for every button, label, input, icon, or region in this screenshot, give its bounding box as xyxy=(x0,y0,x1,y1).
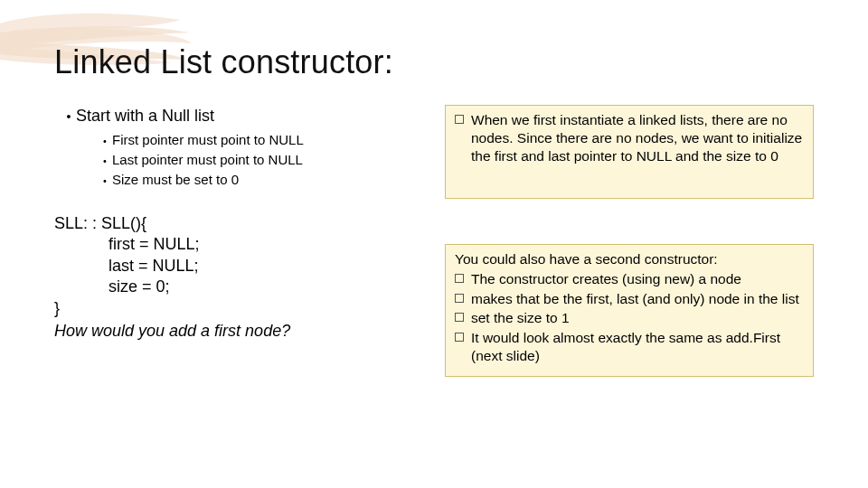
spacer xyxy=(445,199,814,244)
checkbox-icon xyxy=(455,294,464,303)
bullet-dot-icon: • xyxy=(98,132,112,150)
sub-bullet: • First pointer must point to NULL xyxy=(98,132,423,150)
note-item: It would look almost exactly the same as… xyxy=(453,329,806,365)
code-line: first = NULL; xyxy=(54,234,416,255)
right-column: When we first instantiate a linked lists… xyxy=(445,105,814,377)
sub-bullet-list: • First pointer must point to NULL • Las… xyxy=(98,132,423,190)
note-item: makes that be the first, last (and only)… xyxy=(453,290,806,308)
note-text: When we first instantiate a linked lists… xyxy=(471,111,806,164)
code-line: SLL: : SLL(){ xyxy=(54,213,416,234)
note-text: set the size to 1 xyxy=(471,309,806,327)
left-column: • Start with a Null list • First pointer… xyxy=(61,107,423,192)
checkbox-icon xyxy=(455,274,464,283)
note-box-top: When we first instantiate a linked lists… xyxy=(445,105,814,199)
sub-bullet: • Last pointer must point to NULL xyxy=(98,152,423,170)
note-text: makes that be the first, last (and only)… xyxy=(471,290,806,308)
slide-title: Linked List constructor: xyxy=(54,43,393,81)
code-block: SLL: : SLL(){ first = NULL; last = NULL;… xyxy=(54,213,416,342)
note-item: When we first instantiate a linked lists… xyxy=(453,111,806,164)
note-text: It would look almost exactly the same as… xyxy=(471,329,806,365)
code-line: size = 0; xyxy=(54,277,416,297)
question-text: How would you add a first node? xyxy=(54,321,416,342)
note-text: The constructor creates (using new) a no… xyxy=(471,270,806,288)
sub-bullet-text: Size must be set to 0 xyxy=(112,172,239,187)
code-line: } xyxy=(54,298,416,319)
sub-bullet-text: First pointer must point to NULL xyxy=(112,132,304,147)
sub-bullet: • Size must be set to 0 xyxy=(98,172,423,190)
note-box-bottom: You could also have a second constructor… xyxy=(445,244,814,377)
note-item: set the size to 1 xyxy=(453,309,806,327)
note-item: The constructor creates (using new) a no… xyxy=(453,270,806,288)
bullet-main-text: Start with a Null list xyxy=(76,107,214,126)
checkbox-icon xyxy=(455,313,464,322)
checkbox-icon xyxy=(455,115,464,124)
code-line: last = NULL; xyxy=(54,256,416,277)
bullet-dot-icon: • xyxy=(98,152,112,170)
note-intro: You could also have a second constructor… xyxy=(455,250,806,268)
bullet-dot-icon: • xyxy=(61,107,76,127)
bullet-dot-icon: • xyxy=(98,172,112,190)
checkbox-icon xyxy=(455,333,464,342)
sub-bullet-text: Last pointer must point to NULL xyxy=(112,152,303,167)
slide-root: Linked List constructor: • Start with a … xyxy=(0,0,868,488)
bullet-main: • Start with a Null list xyxy=(61,107,423,127)
